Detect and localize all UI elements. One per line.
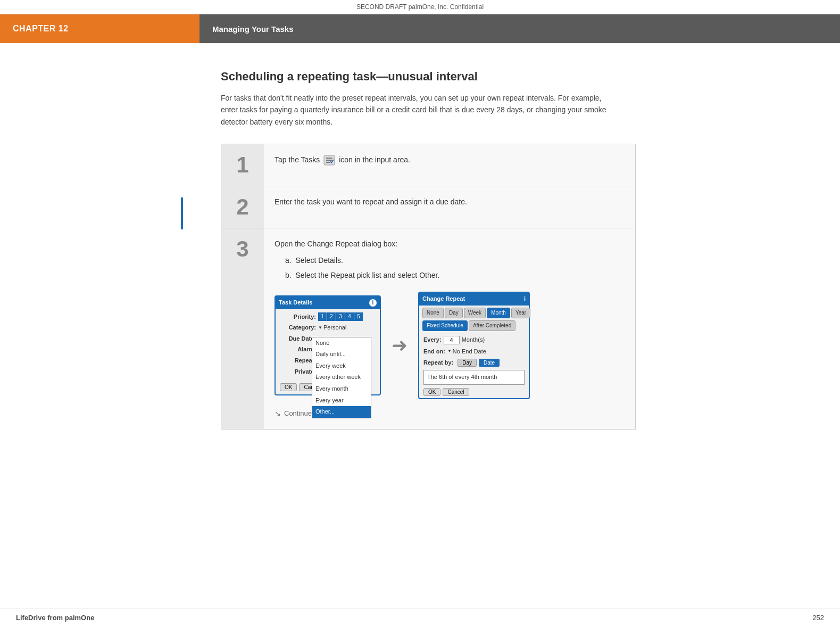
chapter-title: Managing Your Tasks [199, 14, 840, 43]
cr-endon-dropdown[interactable]: ▼ No End Date [447, 347, 486, 357]
header-bar: CHAPTER 12 Managing Your Tasks [0, 14, 840, 43]
step-content-3: Open the Change Repeat dialog box: a. Se… [264, 228, 635, 429]
cr-tab-day[interactable]: Day [445, 308, 463, 318]
blue-accent-line [181, 197, 183, 229]
cr-tab-week[interactable]: Week [464, 308, 486, 318]
section-intro: For tasks that don't fit neatly into the… [221, 92, 620, 128]
cr-every-row: Every: Month(s) [423, 335, 525, 345]
arrow-right: ➜ [392, 330, 407, 361]
step-number-1: 1 [221, 144, 264, 186]
right-content: Scheduling a repeating task—unusual inte… [199, 43, 840, 522]
cr-schedule-after[interactable]: After Completed [469, 320, 515, 331]
footer-brand: LifeDrive from palmOne [16, 614, 94, 622]
step-3b: b. Select the Repeat pick list and selec… [285, 269, 625, 281]
task-details-ok[interactable]: OK [280, 383, 297, 391]
priority-buttons[interactable]: 1 2 3 4 5 [318, 312, 363, 321]
step-3a: a. Select Details. [285, 254, 625, 266]
cr-buttons: OK Cancel [423, 388, 525, 396]
repeat-by-row: Repeat by: Day Date [423, 358, 525, 368]
task-details-title-bar: Task Details i [276, 296, 380, 309]
cr-ok-button[interactable]: OK [423, 388, 440, 396]
step-row-2: 2 Enter the task you want to repeat and … [221, 186, 635, 228]
info-icon: i [369, 299, 377, 307]
step-row-3: 3 Open the Change Repeat dialog box: a. … [221, 228, 635, 429]
category-row: Category: ▼ Personal [280, 323, 376, 333]
continued-arrow-icon: ↘ [275, 408, 281, 419]
change-repeat-dialog: Change Repeat i None Day Week Month Year [418, 292, 530, 399]
cr-tab-month[interactable]: Month [487, 308, 510, 318]
repeat-option-weekly[interactable]: Every week [312, 360, 371, 372]
category-dropdown[interactable]: ▼ Personal [318, 323, 346, 333]
priority-2[interactable]: 2 [327, 312, 336, 321]
priority-row: Priority: 1 2 3 4 5 [280, 312, 376, 322]
page-footer: LifeDrive from palmOne 252 [0, 608, 840, 627]
task-details-dialog: Task Details i Priority: 1 2 3 [275, 295, 381, 395]
step-row-1: 1 Tap the Tasks icon in the input area. [221, 144, 635, 186]
watermark-bar: SECOND DRAFT palmOne, Inc. Confidential [0, 0, 840, 14]
repeat-option-biweekly[interactable]: Every other week [312, 372, 371, 383]
continued-label: Continued [284, 408, 315, 419]
repeat-option-daily[interactable]: Daily until... [312, 349, 371, 360]
cr-summary-box: The 6th of every 4th month [423, 370, 525, 385]
step-content-2: Enter the task you want to repeat and as… [264, 186, 635, 228]
watermark-text: SECOND DRAFT palmOne, Inc. Confidential [356, 3, 484, 11]
repeat-option-none[interactable]: None [312, 337, 371, 349]
chapter-label: CHAPTER 12 [0, 14, 199, 43]
priority-3[interactable]: 3 [336, 312, 345, 321]
tasks-icon [323, 155, 335, 166]
footer-page-number: 252 [812, 614, 824, 622]
cr-schedule-fixed[interactable]: Fixed Schedule [422, 320, 468, 331]
change-repeat-title-bar: Change Repeat i [419, 293, 529, 306]
cr-body: Every: Month(s) End on: ▼ No End Date [419, 333, 529, 398]
repeat-by-day[interactable]: Day [458, 359, 477, 367]
repeat-by-date[interactable]: Date [479, 359, 500, 367]
left-margin [0, 43, 199, 522]
step-number-2: 2 [221, 186, 264, 228]
main-content: Scheduling a repeating task—unusual inte… [0, 43, 840, 522]
change-repeat-info-icon: i [524, 294, 526, 304]
section-title: Scheduling a repeating task—unusual inte… [221, 70, 808, 84]
cr-every-input[interactable] [444, 336, 460, 344]
cr-tab-none[interactable]: None [422, 308, 444, 318]
screenshots-row: Task Details i Priority: 1 2 3 [275, 292, 625, 399]
repeat-option-yearly[interactable]: Every year [312, 395, 371, 407]
cr-tabs: None Day Week Month Year [419, 306, 529, 319]
task-details-body: Priority: 1 2 3 4 5 [276, 309, 380, 382]
repeat-option-monthly[interactable]: Every month [312, 383, 371, 395]
cr-tab-year[interactable]: Year [511, 308, 530, 318]
step-content-1: Tap the Tasks icon in the input area. [264, 144, 635, 186]
priority-5[interactable]: 5 [354, 312, 363, 321]
cr-cancel-button[interactable]: Cancel [443, 388, 469, 396]
priority-1[interactable]: 1 [318, 312, 327, 321]
cr-endon-row: End on: ▼ No End Date [423, 347, 525, 357]
priority-4[interactable]: 4 [345, 312, 354, 321]
repeat-dropdown[interactable]: None Daily until... Every week Every oth… [312, 337, 371, 418]
repeat-option-other[interactable]: Other... [312, 406, 371, 418]
steps-table: 1 Tap the Tasks icon in the input area. [221, 144, 636, 430]
cr-schedule-tabs: Fixed Schedule After Completed [419, 319, 529, 333]
step-number-3: 3 [221, 228, 264, 429]
